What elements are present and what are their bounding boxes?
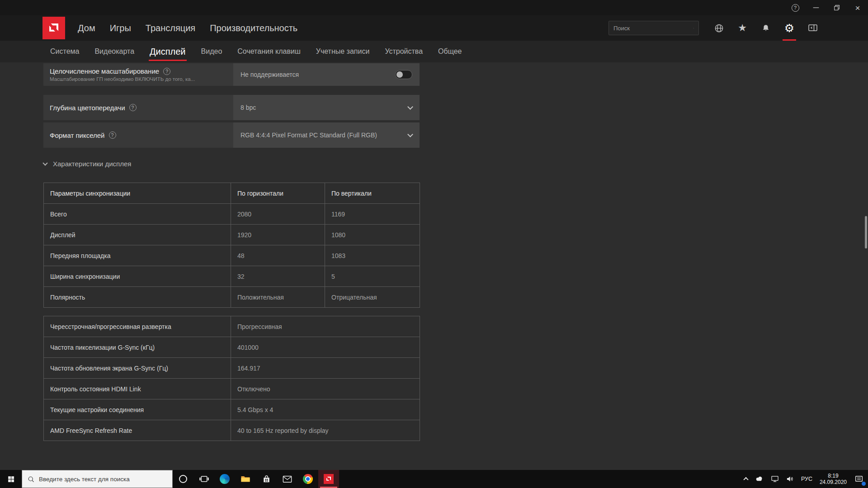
table-header-row: Параметры синхронизации По горизонтали П… xyxy=(44,183,420,204)
nav-item-home[interactable]: Дом xyxy=(71,15,103,41)
task-view-button[interactable] xyxy=(193,470,214,488)
taskbar-search-input[interactable] xyxy=(39,476,167,483)
tab-display[interactable]: Дисплей xyxy=(142,41,193,62)
mail-button[interactable] xyxy=(277,470,297,488)
close-icon: × xyxy=(855,4,860,12)
action-center-button[interactable] xyxy=(851,470,867,488)
row-label: Контроль состояния HDMI Link xyxy=(44,379,231,399)
row-value: Отрицательная xyxy=(325,287,420,308)
amd-software-button[interactable] xyxy=(318,470,339,488)
language-indicator[interactable]: РУС xyxy=(798,470,816,488)
microsoft-store-button[interactable] xyxy=(256,470,277,488)
search-icon xyxy=(28,476,34,483)
table-row: Дисплей 1920 1080 xyxy=(44,225,420,245)
pixel-format-label-cell: Формат пикселей ? xyxy=(43,122,233,148)
cortana-button[interactable] xyxy=(173,470,193,488)
clock[interactable]: 8:19 24.09.2020 xyxy=(816,473,851,485)
table-row: Частота пикселизации G-Sync (кГц) 401000 xyxy=(44,337,420,358)
col-header: По горизонтали xyxy=(231,183,325,204)
sync-parameters-table: Параметры синхронизации По горизонтали П… xyxy=(43,183,420,308)
col-header: По вертикали xyxy=(325,183,420,204)
color-depth-dropdown[interactable]: 8 bpc xyxy=(233,95,420,120)
nav-item-gaming[interactable]: Игры xyxy=(103,15,138,41)
chevron-down-icon xyxy=(407,104,413,110)
pixel-format-value: RGB 4:4:4 Pixel Format PC Standard (Full… xyxy=(241,131,377,139)
tab-hotkeys[interactable]: Сочетания клавиш xyxy=(230,41,308,62)
integer-scaling-sublabel: Масштабирование ГП необходимо ВКЛЮЧИТЬ д… xyxy=(50,76,223,82)
row-value: 401000 xyxy=(231,337,420,358)
settings-tabstrip: Система Видеокарта Дисплей Видео Сочетан… xyxy=(0,41,868,62)
nav-item-streaming[interactable]: Трансляция xyxy=(138,15,203,41)
notifications-button[interactable] xyxy=(754,15,778,41)
cloud-icon xyxy=(754,474,764,484)
onedrive-tray-button[interactable] xyxy=(751,470,767,488)
nav-item-performance[interactable]: Производительность xyxy=(203,15,305,41)
pixel-format-label: Формат пикселей xyxy=(50,131,105,139)
taskbar-search-box[interactable] xyxy=(22,470,173,488)
amd-arrow-icon xyxy=(47,21,61,35)
scrollbar-thumb[interactable] xyxy=(865,216,867,249)
edge-icon xyxy=(220,474,230,484)
settings-button[interactable]: ⚙ xyxy=(778,15,801,41)
row-label: Передняя площадка xyxy=(44,245,231,266)
table-row: Контроль состояния HDMI Link Отключено xyxy=(44,379,420,399)
tab-video[interactable]: Видео xyxy=(193,41,230,62)
volume-tray-button[interactable] xyxy=(783,470,798,488)
monitor-network-icon xyxy=(770,474,779,483)
network-tray-button[interactable] xyxy=(767,470,783,488)
integer-scaling-toggle[interactable] xyxy=(395,70,412,79)
help-tooltip-icon[interactable]: ? xyxy=(163,68,170,75)
row-value: 1083 xyxy=(325,245,420,266)
display-specs-section-header[interactable]: Характеристики дисплея xyxy=(43,157,131,170)
row-value: 5.4 Gbps x 4 xyxy=(231,399,420,420)
row-label: Частота обновления экрана G-Sync (Гц) xyxy=(44,358,231,379)
tray-expand-button[interactable] xyxy=(741,470,751,488)
chevron-up-icon xyxy=(743,477,748,482)
amd-logo[interactable] xyxy=(42,17,65,39)
row-label: Ширина синхронизации xyxy=(44,266,231,287)
windows-logo-icon xyxy=(7,475,15,483)
table-row: Чересстрочная/прогрессивная развертка Пр… xyxy=(44,316,420,337)
help-tooltip-icon[interactable]: ? xyxy=(129,104,137,111)
edge-button[interactable] xyxy=(214,470,235,488)
nav-right-controls: ★ ⚙ xyxy=(609,15,825,41)
row-label: Полярность xyxy=(44,287,231,308)
language-globe-button[interactable] xyxy=(707,15,731,41)
titlebar: ? × xyxy=(0,0,868,15)
row-label: Частота пикселизации G-Sync (кГц) xyxy=(44,337,231,358)
cortana-icon xyxy=(179,475,187,483)
tab-accounts[interactable]: Учетные записи xyxy=(308,41,377,62)
windows-taskbar: РУС 8:19 24.09.2020 xyxy=(0,470,868,488)
row-value: 2080 xyxy=(231,204,325,225)
chevron-down-icon xyxy=(42,160,47,165)
table-row: Текущие настройки соединения 5.4 Gbps x … xyxy=(44,399,420,420)
tab-general[interactable]: Общее xyxy=(430,41,469,62)
overlay-panel-button[interactable] xyxy=(801,15,825,41)
tab-system[interactable]: Система xyxy=(42,41,87,62)
tab-graphics-card[interactable]: Видеокарта xyxy=(87,41,142,62)
chrome-button[interactable] xyxy=(297,470,318,488)
pixel-format-dropdown[interactable]: RGB 4:4:4 Pixel Format PC Standard (Full… xyxy=(233,122,420,148)
row-label: AMD FreeSync Refresh Rate xyxy=(44,420,231,441)
table-row: Частота обновления экрана G-Sync (Гц) 16… xyxy=(44,358,420,379)
mail-envelope-icon xyxy=(282,474,292,484)
row-label: Всего xyxy=(44,204,231,225)
favorites-button[interactable]: ★ xyxy=(731,15,754,41)
app-search-input[interactable] xyxy=(613,25,693,32)
speaker-icon xyxy=(786,474,795,483)
restore-button[interactable] xyxy=(826,0,847,15)
minimize-button[interactable] xyxy=(806,0,826,15)
help-tooltip-icon[interactable]: ? xyxy=(109,131,116,139)
setting-row-pixel-format: Формат пикселей ? RGB 4:4:4 Pixel Format… xyxy=(43,122,420,148)
file-explorer-button[interactable] xyxy=(235,470,256,488)
help-button[interactable]: ? xyxy=(785,0,806,15)
color-depth-label-cell: Глубина цветопередачи ? xyxy=(43,95,233,120)
app-search-box[interactable] xyxy=(609,21,699,35)
close-button[interactable]: × xyxy=(847,0,868,15)
display-info-table: Чересстрочная/прогрессивная развертка Пр… xyxy=(43,316,420,441)
start-button[interactable] xyxy=(0,470,22,488)
minimize-icon xyxy=(811,3,821,12)
panel-icon xyxy=(807,23,818,33)
tab-devices[interactable]: Устройства xyxy=(377,41,430,62)
row-value: Отключено xyxy=(231,379,420,399)
